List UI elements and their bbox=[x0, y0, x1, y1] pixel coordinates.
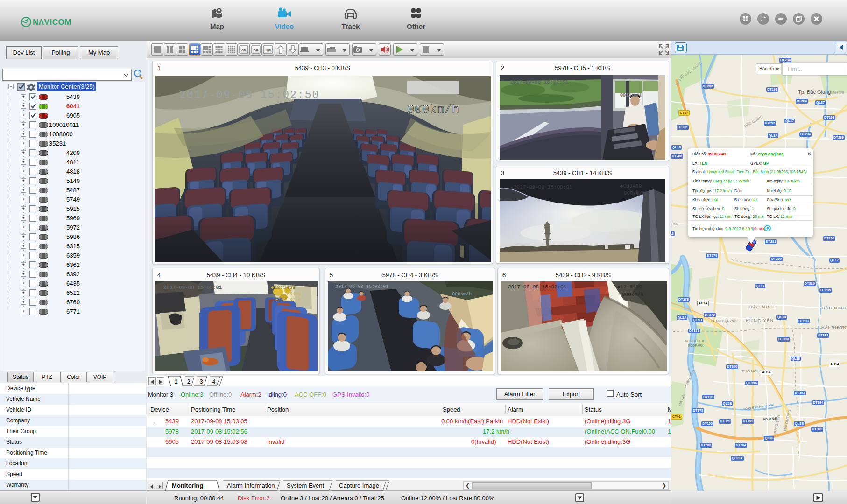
svg-text:000km/h: 000km/h bbox=[452, 292, 472, 297]
svg-text:Capture Image: Capture Image bbox=[339, 482, 379, 489]
svg-text:100: 100 bbox=[265, 48, 271, 52]
svg-text:2017-09-08 16:02:51: 2017-09-08 16:02:51 bbox=[510, 79, 569, 85]
svg-text:2017-09-08 15:03:01: 2017-09-08 15:03:01 bbox=[163, 285, 222, 290]
svg-text:Alarm Information: Alarm Information bbox=[227, 482, 275, 489]
svg-text:◆12:5439: ◆12:5439 bbox=[271, 285, 296, 290]
svg-text:2: 2 bbox=[187, 378, 191, 385]
svg-text:NΛVICOM: NΛVICOM bbox=[33, 18, 71, 27]
svg-text:0011km/h: 0011km/h bbox=[620, 93, 642, 98]
svg-text:4: 4 bbox=[212, 378, 216, 385]
svg-text:◆12:5439: ◆12:5439 bbox=[617, 284, 642, 290]
svg-text:System Event: System Event bbox=[287, 482, 325, 489]
svg-text:3: 3 bbox=[200, 378, 203, 385]
svg-text:2017-09-08 15:03:01: 2017-09-08 15:03:01 bbox=[508, 284, 567, 290]
svg-text:2017-09-08 15:03:01: 2017-09-08 15:03:01 bbox=[335, 284, 388, 289]
svg-text:E105.8276: E105.8276 bbox=[275, 297, 301, 302]
svg-text:000km/h: 000km/h bbox=[624, 190, 645, 196]
svg-text:2017-09-08 15:02:50: 2017-09-08 15:02:50 bbox=[179, 89, 319, 101]
svg-text:1: 1 bbox=[174, 378, 177, 385]
svg-text:36: 36 bbox=[241, 48, 246, 52]
svg-text:000km/h: 000km/h bbox=[407, 103, 459, 117]
svg-text:N21.25489: N21.25489 bbox=[275, 292, 301, 297]
svg-text:2017-09-08 15:08:01: 2017-09-08 15:08:01 bbox=[514, 184, 572, 190]
svg-text:◆CU6489: ◆CU6489 bbox=[620, 183, 642, 189]
svg-text:Monitoring: Monitoring bbox=[172, 482, 203, 489]
svg-text:64: 64 bbox=[254, 48, 258, 52]
svg-text:000km/h: 000km/h bbox=[622, 292, 643, 297]
